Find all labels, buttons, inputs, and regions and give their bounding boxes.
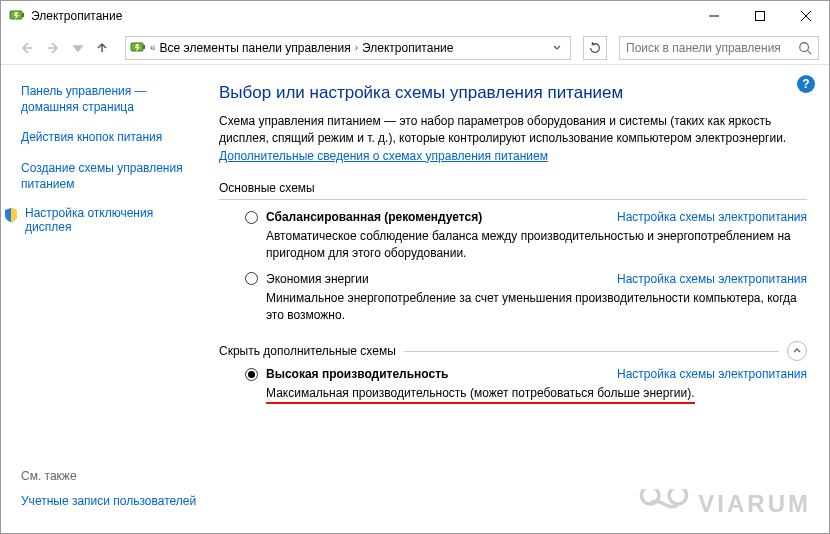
forward-button[interactable]	[43, 37, 65, 59]
sidebar-link-display-off[interactable]: Настройка отключения дисплея	[25, 206, 199, 234]
maximize-button[interactable]	[737, 1, 783, 31]
svg-point-10	[800, 42, 809, 51]
window-title: Электропитание	[31, 9, 691, 23]
window-controls	[691, 1, 829, 31]
svg-rect-3	[756, 12, 765, 21]
sidebar-link-user-accounts[interactable]: Учетные записи пользователей	[21, 494, 196, 508]
plan-name: Экономия энергии	[266, 272, 369, 286]
plan-name: Высокая производительность	[266, 367, 448, 381]
back-button[interactable]	[15, 37, 37, 59]
plan-description: Минимальное энергопотребление за счет ум…	[266, 290, 807, 324]
plan-settings-link[interactable]: Настройка схемы электропитания	[617, 210, 807, 224]
plan-name: Сбалансированная (рекомендуется)	[266, 210, 482, 224]
plan-description: Максимальная производительность (может п…	[266, 385, 807, 402]
plan-settings-link[interactable]: Настройка схемы электропитания	[617, 367, 807, 381]
help-button[interactable]: ?	[797, 75, 815, 93]
svg-line-11	[808, 50, 812, 54]
recent-dropdown[interactable]	[71, 37, 85, 59]
intro-text: Схема управления питанием — это набор па…	[219, 113, 807, 165]
power-options-icon	[9, 8, 25, 24]
section-title-basic: Основные схемы	[219, 181, 807, 195]
radio-saver[interactable]	[245, 272, 258, 285]
address-dropdown[interactable]	[548, 41, 566, 55]
minimize-button[interactable]	[691, 1, 737, 31]
plan-settings-link[interactable]: Настройка схемы электропитания	[617, 272, 807, 286]
sidebar: Панель управления — домашняя страница Де…	[1, 65, 209, 533]
search-placeholder: Поиск в панели управления	[626, 41, 792, 55]
intro-more-link[interactable]: Дополнительные сведения о схемах управле…	[219, 149, 548, 163]
chevron-right-icon: ›	[355, 42, 358, 53]
close-button[interactable]	[783, 1, 829, 31]
titlebar: Электропитание	[1, 1, 829, 31]
shield-icon	[3, 207, 19, 223]
power-options-icon	[130, 40, 146, 56]
breadcrumb-item[interactable]: Все элементы панели управления	[160, 41, 351, 55]
sidebar-link-create-plan[interactable]: Создание схемы управления питанием	[21, 161, 183, 191]
content: Панель управления — домашняя страница Де…	[1, 65, 829, 533]
sidebar-link-button-actions[interactable]: Действия кнопок питания	[21, 130, 162, 144]
refresh-button[interactable]	[583, 36, 607, 60]
power-plan-balanced: Сбалансированная (рекомендуется) Настрой…	[245, 210, 807, 262]
search-icon	[798, 41, 812, 55]
search-input[interactable]: Поиск в панели управления	[619, 36, 819, 60]
plan-description: Автоматическое соблюдение баланса между …	[266, 228, 807, 262]
address-bar[interactable]: « Все элементы панели управления › Элект…	[125, 36, 571, 60]
watermark: VIARUM	[638, 489, 811, 519]
power-plan-high-performance: Высокая производительность Настройка схе…	[245, 367, 807, 402]
power-plan-saver: Экономия энергии Настройка схемы электро…	[245, 272, 807, 324]
breadcrumb-item[interactable]: Электропитание	[362, 41, 453, 55]
intro-body: Схема управления питанием — это набор па…	[219, 114, 786, 145]
section-title-additional[interactable]: Скрыть дополнительные схемы	[219, 344, 396, 358]
collapse-button[interactable]	[787, 341, 807, 361]
watermark-text: VIARUM	[698, 490, 811, 518]
radio-high-performance[interactable]	[245, 368, 258, 381]
sidebar-home-link[interactable]: Панель управления — домашняя страница	[21, 84, 147, 114]
up-button[interactable]	[91, 37, 113, 59]
svg-rect-9	[143, 45, 145, 49]
radio-balanced[interactable]	[245, 211, 258, 224]
see-also-label: См. также	[21, 469, 199, 483]
page-title: Выбор или настройка схемы управления пит…	[219, 83, 807, 103]
main: ? Выбор или настройка схемы управления п…	[209, 65, 829, 533]
svg-rect-1	[22, 13, 24, 17]
navbar: « Все элементы панели управления › Элект…	[1, 31, 829, 65]
chevron-left-icon[interactable]: «	[150, 42, 156, 53]
